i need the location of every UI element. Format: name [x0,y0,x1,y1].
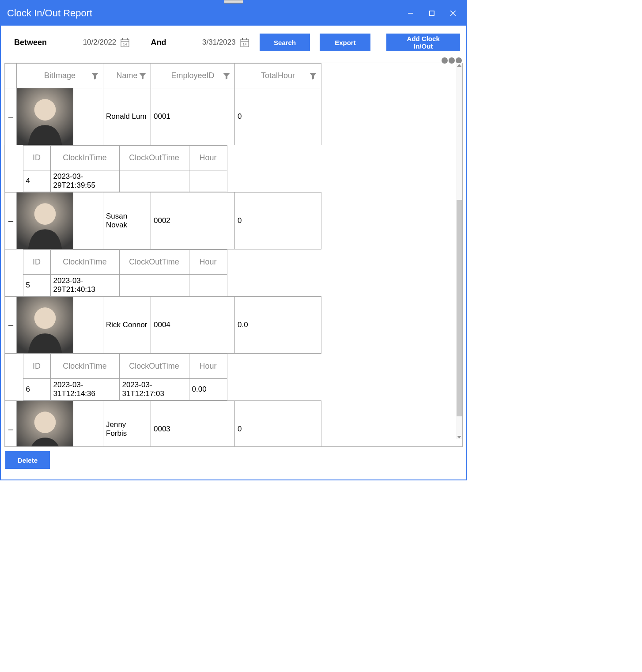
avatar [17,88,73,145]
col-name-header[interactable]: Name [103,64,151,88]
detail-hour [189,275,227,296]
add-clock-button[interactable]: Add Clock In/Out [386,34,460,51]
svg-rect-1 [430,11,434,16]
titlebar: Clock In/Out Report [1,1,466,26]
table-row[interactable]: – Jenny Forbis 0003 0 [5,401,321,447]
detail-header-clockout[interactable]: ClockOutTime [119,250,189,275]
between-label: Between [14,38,47,47]
and-label: And [151,38,166,47]
data-grid: BitImage Name EmployeeID TotalHour [4,63,463,447]
col-bitimage-header[interactable]: BitImage [17,64,103,88]
col-employeeid-label: EmployeeID [171,71,214,80]
delete-button[interactable]: Delete [5,451,50,469]
close-icon [450,10,456,16]
scroll-thumb[interactable] [457,200,462,416]
footer: Delete [1,447,466,479]
detail-data-row[interactable]: 6 2023-03-31T12:14:36 2023-03-31T12:17:0… [23,379,227,400]
filter-icon[interactable] [309,72,317,80]
avatar [17,193,73,249]
detail-header-hour[interactable]: Hour [189,250,227,275]
cell-employeeid: 0002 [151,193,235,249]
col-expand-header [5,64,17,88]
window-title: Clock In/Out Report [7,8,92,19]
expand-toggle[interactable]: – [5,401,17,447]
detail-header-hour[interactable]: Hour [189,354,227,379]
filter-icon[interactable] [138,72,147,80]
search-button[interactable]: Search [260,34,310,51]
window: Clock In/Out Report Between 10/2/2022 14 [0,0,467,480]
toolbar: Between 10/2/2022 14 And 3/31/2023 14 [1,26,466,57]
detail-row: ID ClockInTime ClockOutTime Hour 6 2023-… [5,354,321,401]
detail-row: ID ClockInTime ClockOutTime Hour 4 2023-… [5,145,321,193]
cell-employeeid: 0001 [151,88,235,145]
from-date-value: 10/2/2022 [83,38,117,47]
outer-table: BitImage Name EmployeeID TotalHour [5,63,321,446]
cell-totalhour: 0 [235,401,321,447]
detail-clockout [119,275,189,296]
cell-totalhour: 0 [235,193,321,249]
svg-text:14: 14 [123,42,127,46]
col-totalhour-header[interactable]: TotalHour [235,64,321,88]
maximize-icon [429,10,435,16]
detail-table: ID ClockInTime ClockOutTime Hour 4 2023-… [23,145,227,192]
detail-header-id[interactable]: ID [23,354,50,379]
detail-header-id[interactable]: ID [23,146,50,170]
detail-clockin: 2023-03-31T12:14:36 [50,379,119,400]
detail-row: ID ClockInTime ClockOutTime Hour 5 2023-… [5,249,321,297]
cell-name: Susan Novak [103,193,151,249]
expand-toggle[interactable]: – [5,88,17,145]
expand-toggle[interactable]: – [5,297,17,354]
cell-totalhour: 0.0 [235,297,321,354]
cell-name: Ronald Lum [103,88,151,145]
minimize-button[interactable] [400,4,421,22]
dock-handle[interactable] [224,0,243,4]
svg-point-17 [34,203,56,225]
detail-clockin: 2023-03-29T21:40:13 [50,275,119,296]
col-name-label: Name [116,71,137,80]
table-row[interactable]: – Rick Connor 0004 0.0 [5,297,321,354]
maximize-button[interactable] [421,4,442,22]
vertical-scrollbar[interactable] [456,63,462,439]
detail-header-clockin[interactable]: ClockInTime [50,354,119,379]
detail-id: 6 [23,379,50,400]
svg-point-15 [34,99,56,121]
svg-point-21 [34,412,56,433]
close-button[interactable] [442,4,464,22]
detail-header-clockin[interactable]: ClockInTime [50,250,119,275]
detail-header-id[interactable]: ID [23,250,50,275]
detail-header-hour[interactable]: Hour [189,146,227,170]
table-row[interactable]: – Ronald Lum 0001 0 [5,88,321,145]
table-row[interactable]: – Susan Novak 0002 0 [5,193,321,249]
avatar [17,401,73,446]
export-button[interactable]: Export [320,34,370,51]
svg-text:14: 14 [242,42,246,46]
detail-table: ID ClockInTime ClockOutTime Hour 5 2023-… [23,249,227,296]
detail-id: 4 [23,170,50,192]
detail-data-row[interactable]: 5 2023-03-29T21:40:13 [23,275,227,296]
filter-icon[interactable] [222,72,231,80]
cell-employeeid: 0004 [151,297,235,354]
from-date-field[interactable]: 10/2/2022 14 [68,38,129,47]
detail-clockin: 2023-03-29T21:39:55 [50,170,119,192]
calendar-icon: 14 [121,38,129,47]
calendar-icon: 14 [240,38,249,47]
scroll-up-icon [457,64,461,67]
cell-name: Rick Connor [103,297,151,354]
cell-totalhour: 0 [235,88,321,145]
detail-header-clockin[interactable]: ClockInTime [50,146,119,170]
detail-table: ID ClockInTime ClockOutTime Hour 6 2023-… [23,354,227,400]
detail-id: 5 [23,275,50,296]
detail-header-clockout[interactable]: ClockOutTime [119,354,189,379]
detail-hour: 0.00 [189,379,227,400]
filter-icon[interactable] [91,72,99,80]
detail-data-row[interactable]: 4 2023-03-29T21:39:55 [23,170,227,192]
detail-clockout: 2023-03-31T12:17:03 [119,379,189,400]
expand-toggle[interactable]: – [5,193,17,249]
scroll-down-icon [457,436,461,438]
col-employeeid-header[interactable]: EmployeeID [151,64,235,88]
window-controls [400,4,464,22]
cell-name: Jenny Forbis [103,401,151,447]
detail-header-clockout[interactable]: ClockOutTime [119,146,189,170]
detail-hour [189,170,227,192]
to-date-field[interactable]: 3/31/2023 14 [188,38,249,47]
